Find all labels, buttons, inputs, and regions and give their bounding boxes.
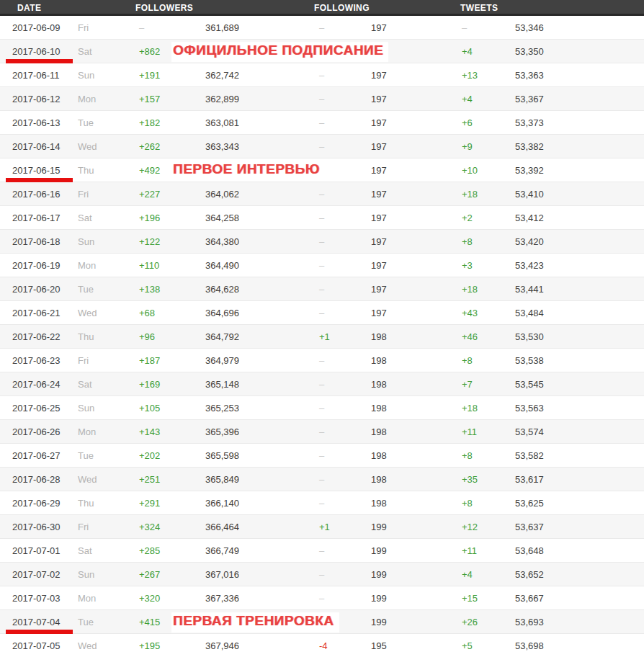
followers-count-cell: 366,140	[205, 498, 319, 509]
date-cell: 2017-06-17	[0, 213, 78, 223]
tweets-delta-cell: +7	[462, 379, 515, 390]
date-cell: 2017-06-23	[0, 355, 78, 366]
following-delta-cell: -4	[319, 640, 371, 651]
day-cell: Fri	[78, 522, 139, 532]
tweets-count-cell: 53,484	[515, 308, 644, 318]
following-delta-cell: –	[319, 593, 371, 604]
table-row: 2017-06-12Mon+157362,899–197+453,367	[0, 87, 644, 111]
table-row: 2017-06-20Tue+138364,628–197+1853,441	[0, 277, 644, 301]
followers-count-cell: 363,343	[205, 141, 319, 152]
date-cell: 2017-06-10	[0, 46, 78, 57]
following-count-cell: 198	[371, 498, 462, 509]
day-cell: Wed	[78, 640, 139, 651]
tweets-delta-cell: +9	[462, 141, 515, 152]
following-delta-cell: –	[319, 569, 371, 580]
table-row: 2017-07-05Wed+195367,946-4195+553,698	[0, 634, 644, 657]
tweets-count-cell: 53,667	[515, 593, 644, 604]
table-row: 2017-06-17Sat+196364,258–197+253,412	[0, 206, 644, 230]
followers-delta-cell: +267	[139, 569, 205, 580]
following-delta-cell: +1	[319, 331, 371, 342]
followers-delta-cell: +157	[139, 94, 205, 104]
tweets-delta-cell: +18	[462, 403, 515, 414]
following-delta-cell: –	[319, 355, 371, 366]
following-count-cell: 197	[371, 141, 462, 152]
following-count-cell: 197	[371, 22, 462, 33]
date-cell: 2017-06-21	[0, 308, 78, 318]
following-count-cell: 199	[371, 522, 462, 532]
followers-count-cell: 362,899	[205, 94, 319, 104]
day-cell: Sat	[78, 545, 139, 556]
following-count-cell: 198	[371, 355, 462, 366]
table-row: 2017-06-18Sun+122364,380–197+853,420	[0, 230, 644, 254]
followers-delta-cell: +187	[139, 355, 205, 366]
followers-count-cell: 367,336	[205, 593, 319, 604]
date-cell: 2017-07-05	[0, 640, 78, 651]
tweets-delta-cell: +13	[462, 70, 515, 81]
tweets-count-cell: 53,350	[515, 46, 644, 57]
followers-delta-cell: +138	[139, 284, 205, 295]
tweets-count-cell: 53,698	[515, 640, 644, 651]
tweets-count-cell: 53,582	[515, 450, 644, 461]
date-cell: 2017-07-01	[0, 545, 78, 556]
tweets-delta-cell: +2	[462, 213, 515, 223]
table-row: 2017-06-22Thu+96364,792+1198+4653,530	[0, 325, 644, 349]
day-cell: Mon	[78, 593, 139, 604]
tweets-count-cell: 53,538	[515, 355, 644, 366]
tweets-delta-cell: +10	[462, 165, 515, 176]
table-row: 2017-06-13Tue+182363,081–197+653,373	[0, 111, 644, 135]
table-row: 2017-06-30Fri+324366,464+1199+1253,637	[0, 515, 644, 539]
tweets-delta-cell: +35	[462, 474, 515, 485]
following-delta-cell: –	[319, 379, 371, 390]
followers-count-cell: 364,979	[205, 355, 319, 366]
followers-count-cell: 366,464	[205, 522, 319, 532]
day-cell: Tue	[78, 284, 139, 295]
following-count-cell: 198	[371, 426, 462, 437]
followers-count-cell: 365,148	[205, 379, 319, 390]
following-count-cell: 197	[371, 117, 462, 128]
day-cell: Mon	[78, 426, 139, 437]
following-count-cell: 197	[371, 189, 462, 200]
tweets-delta-cell: +46	[462, 331, 515, 342]
tweets-delta-cell: +6	[462, 117, 515, 128]
following-count-cell: 199	[371, 593, 462, 604]
day-cell: Wed	[78, 308, 139, 318]
followers-delta-cell: +227	[139, 189, 205, 200]
following-count-cell: 197	[371, 260, 462, 271]
followers-count-cell: 364,380	[205, 236, 319, 247]
followers-count-cell: 362,742	[205, 70, 319, 81]
tweets-delta-cell: +15	[462, 593, 515, 604]
table-row: 2017-07-02Sun+267367,016–199+453,652	[0, 563, 644, 586]
table-row: 2017-06-29Thu+291366,140–198+853,625	[0, 491, 644, 515]
tweets-count-cell: 53,367	[515, 94, 644, 104]
tweets-delta-cell: –	[462, 22, 515, 33]
table-row: 2017-06-26Mon+143365,396–198+1153,574	[0, 420, 644, 444]
date-cell: 2017-06-11	[0, 70, 78, 81]
followers-delta-cell: +143	[139, 426, 205, 437]
followers-delta-cell: +262	[139, 141, 205, 152]
day-cell: Wed	[78, 141, 139, 152]
followers-count-cell: 364,062	[205, 189, 319, 200]
date-cell: 2017-06-19	[0, 260, 78, 271]
following-delta-cell: –	[319, 308, 371, 318]
date-highlight-underline	[6, 630, 73, 634]
followers-count-cell: 365,253	[205, 403, 319, 414]
day-cell: Sun	[78, 569, 139, 580]
day-cell: Tue	[78, 117, 139, 128]
followers-count-cell: 365,396	[205, 426, 319, 437]
date-cell: 2017-06-14	[0, 141, 78, 152]
following-delta-cell: –	[319, 284, 371, 295]
header-following: FOLLOWING	[314, 0, 370, 16]
followers-count-cell: 367,946	[205, 640, 319, 651]
tweets-delta-cell: +11	[462, 545, 515, 556]
followers-delta-cell: +182	[139, 117, 205, 128]
annotation-label: ПЕРВАЯ ТРЕНИРОВКА	[171, 612, 339, 633]
tweets-delta-cell: +8	[462, 498, 515, 509]
day-cell: Sun	[78, 236, 139, 247]
followers-delta-cell: +191	[139, 70, 205, 81]
followers-count-cell: 367,016	[205, 569, 319, 580]
tweets-count-cell: 53,441	[515, 284, 644, 295]
tweets-delta-cell: +26	[462, 617, 515, 627]
tweets-count-cell: 53,574	[515, 426, 644, 437]
followers-delta-cell: +291	[139, 498, 205, 509]
day-cell: Fri	[78, 22, 139, 33]
